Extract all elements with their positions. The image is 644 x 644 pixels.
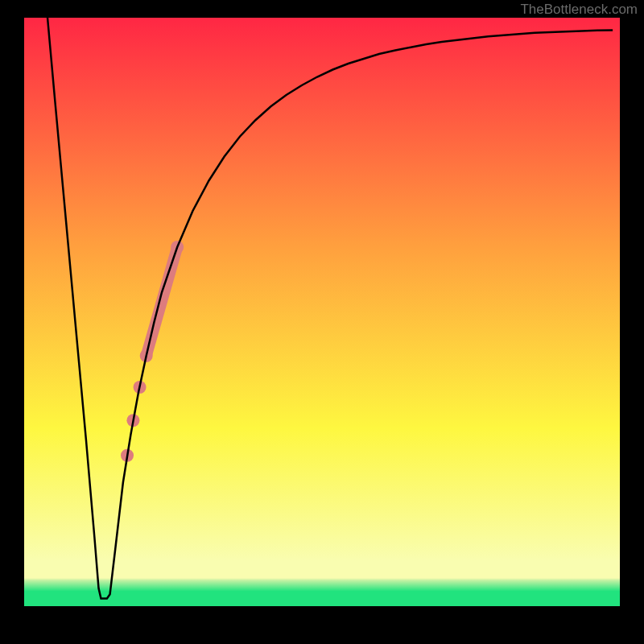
attribution-text: TheBottleneck.com — [520, 2, 638, 18]
bottleneck-chart — [0, 0, 644, 644]
chart-background-gradient — [24, 18, 620, 621]
